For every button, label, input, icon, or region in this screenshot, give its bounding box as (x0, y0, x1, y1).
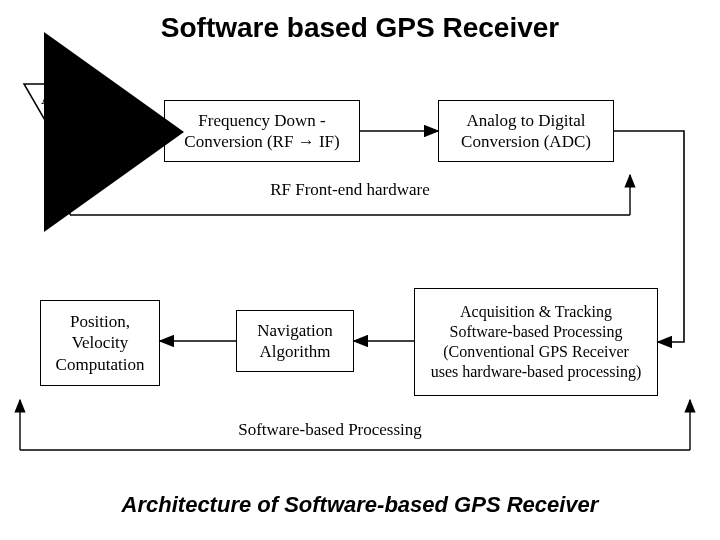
adc-line2: Conversion (ADC) (461, 131, 591, 152)
acq-line4: uses hardware-based processing) (431, 362, 642, 382)
acq-line2: Software-based Processing (431, 322, 642, 342)
page-title: Software based GPS Receiver (0, 12, 720, 44)
acq-line3: (Conventional GPS Receiver (431, 342, 642, 362)
node-freq-down: Frequency Down - Conversion (RF → IF) (164, 100, 360, 162)
freq-down-line2: Conversion (RF → IF) (184, 131, 339, 152)
acq-line1: Acquisition & Tracking (431, 302, 642, 322)
antenna-label-1: Antenna (22, 90, 114, 108)
nav-line2: Algorithm (257, 341, 333, 362)
adc-line1: Analog to Digital (461, 110, 591, 131)
pvc-line2: Velocity (56, 332, 145, 353)
diagram-wires (0, 0, 720, 540)
figure-caption: Architecture of Software-based GPS Recei… (0, 492, 720, 518)
pvc-line3: Computation (56, 354, 145, 375)
node-antenna: Antenna L1 (22, 82, 114, 162)
nav-line1: Navigation (257, 320, 333, 341)
freq-down-line1: Frequency Down - (184, 110, 339, 131)
antenna-label-2: L1 (22, 108, 114, 126)
node-pvc: Position, Velocity Computation (40, 300, 160, 386)
pvc-line1: Position, (56, 311, 145, 332)
node-acq: Acquisition & Tracking Software-based Pr… (414, 288, 658, 396)
label-sw-proc: Software-based Processing (210, 420, 450, 440)
node-adc: Analog to Digital Conversion (ADC) (438, 100, 614, 162)
label-rf-front-end: RF Front-end hardware (240, 180, 460, 200)
node-nav: Navigation Algorithm (236, 310, 354, 372)
